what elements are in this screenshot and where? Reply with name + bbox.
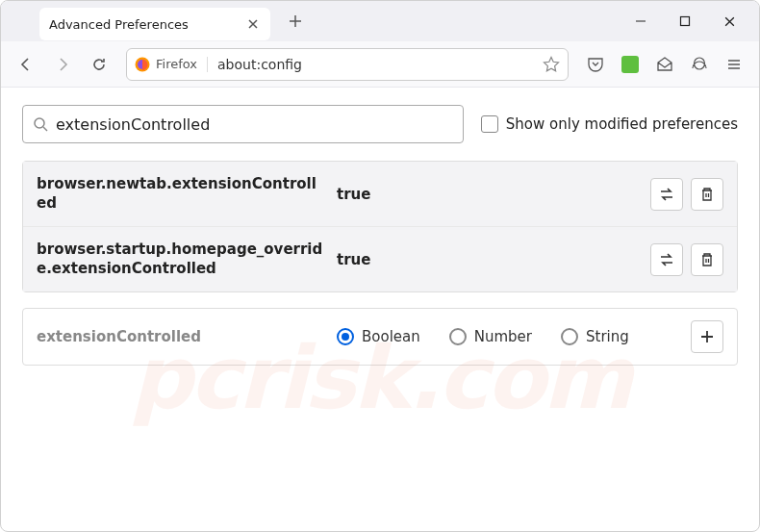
tab-bar: Advanced Preferences [1, 1, 759, 41]
navigation-toolbar: Firefox [1, 41, 759, 88]
account-icon[interactable] [684, 49, 715, 80]
radio-string[interactable]: String [561, 328, 629, 345]
url-input[interactable] [217, 57, 533, 72]
radio-circle [561, 328, 578, 345]
radio-label: Number [474, 328, 532, 345]
inbox-icon[interactable] [649, 49, 680, 80]
pocket-icon[interactable] [580, 49, 611, 80]
preference-row: browser.startup.homepage_override.extens… [23, 226, 737, 291]
close-tab-icon[interactable] [245, 16, 261, 32]
preference-search-box[interactable] [22, 105, 464, 143]
radio-number[interactable]: Number [449, 328, 532, 345]
radio-boolean[interactable]: Boolean [337, 328, 420, 345]
identity-box[interactable]: Firefox [135, 57, 208, 72]
radio-circle [449, 328, 467, 345]
new-tab-button[interactable] [280, 6, 311, 37]
close-window-button[interactable] [707, 1, 751, 41]
preference-search-input[interactable] [56, 115, 453, 134]
extension-icon[interactable] [615, 49, 646, 80]
preference-value: true [337, 251, 639, 268]
firefox-icon [135, 57, 150, 72]
preference-value: true [337, 186, 639, 203]
delete-button[interactable] [691, 243, 723, 276]
preference-table: browser.newtab.extensionControlled true … [22, 161, 738, 292]
checkbox-label: Show only modified preferences [506, 115, 738, 133]
tab-title: Advanced Preferences [49, 17, 238, 32]
radio-label: Boolean [362, 328, 420, 345]
back-button[interactable] [11, 49, 41, 80]
radio-label: String [586, 328, 629, 345]
add-preference-button[interactable] [691, 320, 723, 353]
new-preference-row: extensionControlled Boolean Number Strin… [22, 308, 738, 366]
url-bar[interactable]: Firefox [126, 48, 569, 81]
browser-tab[interactable]: Advanced Preferences [39, 8, 270, 40]
minimize-button[interactable] [619, 1, 663, 41]
preference-row: browser.newtab.extensionControlled true [23, 162, 737, 226]
forward-button[interactable] [47, 49, 78, 80]
toggle-button[interactable] [650, 178, 683, 211]
preference-name: browser.newtab.extensionControlled [37, 175, 325, 213]
show-modified-checkbox[interactable]: Show only modified preferences [481, 115, 738, 133]
menu-icon[interactable] [719, 49, 749, 80]
radio-circle [337, 328, 354, 345]
svg-point-3 [35, 118, 44, 128]
delete-button[interactable] [691, 178, 723, 211]
svg-rect-0 [681, 17, 690, 26]
toggle-button[interactable] [650, 243, 683, 276]
search-icon [33, 116, 48, 132]
identity-label: Firefox [156, 57, 197, 71]
reload-button[interactable] [84, 49, 114, 80]
type-radio-group: Boolean Number String [337, 328, 679, 345]
checkbox-box [481, 115, 498, 133]
bookmark-star-icon[interactable] [543, 56, 560, 73]
maximize-button[interactable] [663, 1, 707, 41]
preference-name: browser.startup.homepage_override.extens… [37, 241, 325, 278]
new-preference-name: extensionControlled [37, 328, 325, 345]
